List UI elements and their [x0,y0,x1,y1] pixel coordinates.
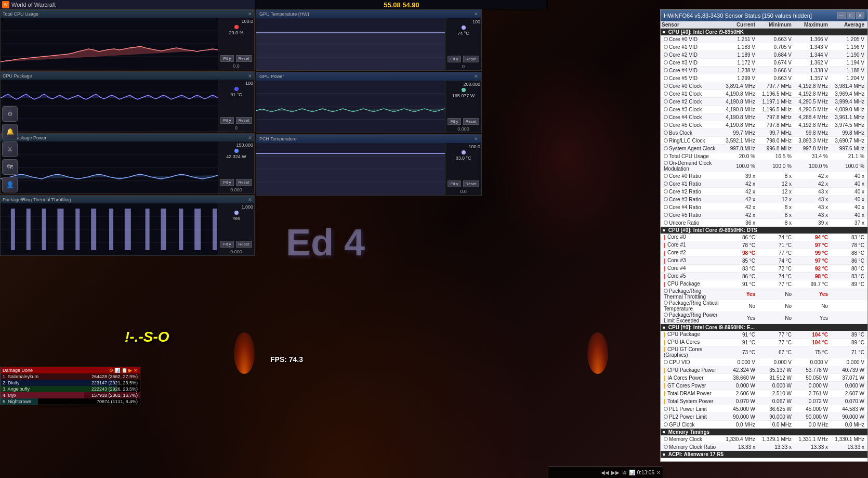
taskbar-icon-1[interactable]: 🖥 [622,470,627,475]
thermal-throttling-min-val: 0.000 [230,249,242,254]
svg-rect-18 [42,209,46,250]
thermal-throttling-close[interactable]: ✕ [248,197,252,202]
gpu-temp-close[interactable]: ✕ [474,11,478,17]
sidebar-icon-3[interactable]: ⚔ [2,141,18,157]
hwinfo-row: Core #2 Clock4,190.8 MHz1,197.1 MHz4,290… [661,98,867,106]
time-display: 0:13:06 [637,470,654,475]
taskbar-nav-forward[interactable]: ▶▶ [611,470,620,475]
hwinfo-col-minimum: Minimum [757,22,794,28]
hwinfo-row: CPU GT Cores (Graphics)73 °C67 °C75 °C71… [661,346,867,358]
cpu-package-fit-btn[interactable]: Fit y [220,117,233,124]
thermal-throttling-fit-btn[interactable]: Fit y [220,241,233,248]
pch-temp-close[interactable]: ✕ [474,136,478,141]
pch-temp-controls: 100.0 83.0 °C Fit y Reset 0.0 [445,143,481,195]
svg-rect-26 [179,209,183,250]
taskbar-nav-back[interactable]: ◀◀ [601,470,609,475]
wow-icon: W [2,1,9,8]
total-cpu-canvas [1,18,218,70]
svg-rect-33 [256,33,445,70]
sidebar-icon-2[interactable]: 🔔 [2,124,18,139]
hwinfo-section-acpi: ■ ACPI: Alienware 17 R5 [661,451,867,458]
hwinfo-row: Memory Clock Ratio13.33 x13.33 x13.33 x1… [661,443,867,451]
gpu-power-panel: GPU Power ✕ 200.000 165.077 W Fit y [256,72,482,133]
damage-row-4: 4. Myx 157918 (2361, 16.7%) [1,392,140,398]
svg-rect-17 [27,209,31,250]
gpu-temp-fit-btn[interactable]: Fit y [448,56,461,62]
hwinfo-col-maximum: Maximum [794,22,830,28]
gpu-power-buttons: Fit y Reset [447,118,479,125]
total-cpu-panel: Total CPU Usage ✕ 100.0 20.0 % [0,9,255,70]
hwinfo-row: Total CPU Usage20.0 %16.5 %31.4 %21.1 % [661,152,867,160]
taskbar-icon-3[interactable]: ✕ [656,470,661,475]
cpu-package-reset-btn[interactable]: Reset [236,117,252,124]
cpu-package-current-val: 91 °C [230,92,242,97]
damage-player-1-rank: 1. Salamaleykum [3,374,38,379]
hwinfo-row: Core #1 Ratio42 x12 x42 x40 x [661,180,867,188]
gpu-temp-color-dot [462,25,466,30]
total-cpu-close[interactable]: ✕ [248,11,252,17]
pch-temp-reset-btn[interactable]: Reset [463,180,479,187]
hwinfo-close-btn[interactable]: ✕ [856,12,864,19]
cpu-pkg-power-current-val: 42.324 W [226,154,246,159]
total-cpu-fit-btn[interactable]: Fit y [220,55,233,62]
gpu-power-header: GPU Power ✕ [256,72,481,81]
svg-rect-23 [125,209,131,250]
cpu-pkg-power-reset-btn[interactable]: Reset [236,179,252,186]
cpu-pkg-power-buttons: Fit y Reset [220,178,252,186]
thermal-throttling-reset-btn[interactable]: Reset [236,241,252,248]
middle-monitor-panels: GPU Temperature (HW) ✕ 100 74 °C [256,9,482,197]
hwinfo-content[interactable]: ■ CPU [#0]: Intel Core i9-8950HK Core #0… [661,29,867,461]
gpu-power-reset-btn[interactable]: Reset [463,118,479,125]
gpu-temp-min-val: 0 [462,64,465,69]
svg-rect-27 [194,209,201,250]
cpu-pkg-power-color-dot [234,149,239,153]
hwinfo-row: On-Demand Clock Modulation100.0 %100.0 %… [661,160,867,172]
damage-row-5: 5. Nightcrowe 70874 (1111, 8.4%) [1,398,140,405]
sidebar-icon-1[interactable]: ⚙ [2,106,18,122]
hwinfo-row: Core #4 VID1.238 V0.666 V1.338 V1.188 V [661,67,867,74]
gpu-temp-reset-btn[interactable]: Reset [463,56,479,62]
gpu-power-close[interactable]: ✕ [474,74,478,79]
hwinfo-panel: HWiNFO64 v5.83-3430 Sensor Status [150 v… [660,9,868,462]
sidebar-icon-5[interactable]: 👤 [2,177,18,192]
hwinfo-minimize-btn[interactable]: — [837,12,846,19]
hwinfo-row: CPU Package Power42.324 W35.137 W53.778 … [661,366,867,374]
cpu-package-power-body: 150.000 42.324 W Fit y Reset 0.000 [1,141,254,193]
hwinfo-row: Core #483 °C72 °C92 °C80 °C [661,265,867,273]
chat-text: !-.-S-O [125,329,169,345]
hwinfo-row: CPU IA Cores91 °C77 °C104 °C89 °C [661,339,867,346]
cpu-package-close[interactable]: ✕ [248,73,252,79]
gpu-power-fit-btn[interactable]: Fit y [448,118,461,125]
taskbar-icon-2[interactable]: 📊 [629,470,635,475]
cpu-package-power-header: CPU Package Power ✕ [1,134,254,141]
thermal-throttling-header: Package/Ring Thermal Throttling ✕ [1,196,254,203]
damage-player-4-stats: 157918 (2361, 16.7%) [91,393,138,398]
hwinfo-row: PL1 Power Limit45.000 W36.625 W45.000 W4… [661,405,867,413]
cpu-package-power-panel: CPU Package Power ✕ 150.000 42.324 W [0,133,255,194]
svg-rect-42 [256,153,445,195]
sidebar-icon-4[interactable]: 🗺 [2,159,18,175]
total-cpu-reset-btn[interactable]: Reset [236,55,252,62]
hwinfo-row: Core #0 Clock3,891.4 MHz797.7 MHz4,192.8… [661,82,867,90]
thermal-throttling-body: 1.000 Yes Fit y Reset 0.000 [1,203,254,255]
gpu-temp-max: 100 [472,19,480,24]
pch-temp-current-val: 83.0 °C [455,156,471,161]
thermal-throttling-buttons: Fit y Reset [220,240,252,248]
cpu-package-power-close[interactable]: ✕ [248,135,252,140]
hwinfo-row: CPU Package91 °C77 °C99.7 °C89 °C [661,280,867,288]
cpu-pkg-power-fit-btn[interactable]: Fit y [220,179,233,186]
cpu-package-min-val: 0 [235,125,238,131]
hwinfo-row: Core #586 °C74 °C98 °C83 °C [661,273,867,280]
hwinfo-restore-btn[interactable]: □ [847,12,855,19]
pch-temp-title: PCH Temperature [259,136,297,141]
hwinfo-titlebar: HWiNFO64 v5.83-3430 Sensor Status [150 v… [661,10,867,21]
hwinfo-row: Core #178 °C71 °C97 °C78 °C [661,241,867,249]
hwinfo-row: Bus Clock99.7 MHz99.7 MHz99.8 MHz99.8 MH… [661,129,867,137]
gpu-power-controls: 200.000 165.077 W Fit y Reset 0.000 [445,81,481,133]
gpu-power-color-dot [462,88,466,92]
total-cpu-max: 100.0 [241,19,253,24]
total-cpu-color-dot [234,25,239,29]
pch-temp-fit-btn[interactable]: Fit y [448,180,461,187]
damage-player-2-stats: 223147 (2921, 23.5%) [91,380,138,385]
hwinfo-title-text: HWiNFO64 v5.83-3430 Sensor Status [150 v… [664,12,836,19]
